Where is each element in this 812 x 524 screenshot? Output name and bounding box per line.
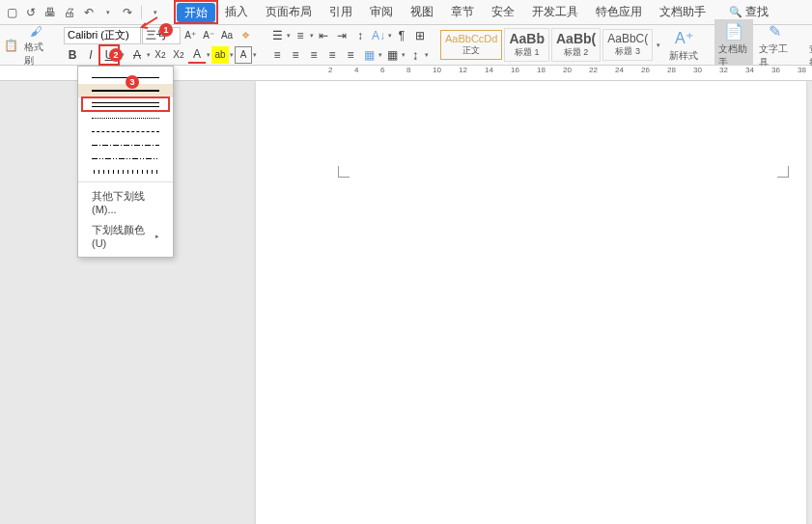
align-distribute-icon[interactable]: ≡ bbox=[342, 46, 359, 64]
sort-icon[interactable]: A↓ bbox=[370, 27, 387, 44]
callout-box-1 bbox=[174, 0, 218, 24]
tab-view[interactable]: 视图 bbox=[403, 1, 441, 23]
search-label: 查找 bbox=[745, 5, 769, 18]
tab-references[interactable]: 引用 bbox=[322, 1, 360, 23]
callout-3: 3 bbox=[126, 75, 139, 89]
format-painter-label: 格式刷 bbox=[24, 41, 48, 68]
tab-insert[interactable]: 插入 bbox=[217, 1, 256, 23]
numbering-icon[interactable]: ≡ bbox=[292, 27, 309, 44]
chevron-right-icon: ▸ bbox=[155, 233, 159, 240]
font-decrease-icon[interactable]: A⁻ bbox=[200, 27, 217, 44]
tab-dev-tools[interactable]: 开发工具 bbox=[524, 1, 586, 23]
change-case-icon[interactable]: Aa bbox=[218, 27, 236, 44]
tab-doc-helper[interactable]: 文档助手 bbox=[652, 1, 714, 23]
align-right-icon[interactable]: ≡ bbox=[305, 46, 322, 64]
tab-page-layout[interactable]: 页面布局 bbox=[258, 1, 320, 23]
ruler-tick: 22 bbox=[589, 66, 598, 74]
underline-dashdotdot[interactable] bbox=[78, 152, 173, 165]
char-border-dropdown-icon[interactable]: ▾ bbox=[253, 51, 257, 59]
ruler-tick: 4 bbox=[354, 66, 358, 74]
paragraph-marks-icon[interactable]: ¶ bbox=[393, 27, 410, 44]
strike-dropdown-icon[interactable]: ▾ bbox=[147, 51, 151, 59]
ruler-tick: 18 bbox=[537, 66, 546, 74]
redo-icon[interactable]: ↷ bbox=[120, 5, 135, 20]
font-increase-icon[interactable]: A⁺ bbox=[182, 27, 199, 44]
style-heading2[interactable]: AaBb( 标题 2 bbox=[551, 28, 601, 62]
ribbon-tabs: 开始 插入 页面布局 引用 审阅 视图 章节 安全 开发工具 特色应用 文档助手… bbox=[177, 1, 776, 23]
ruler-tick: 16 bbox=[511, 66, 519, 74]
open-icon[interactable]: ↺ bbox=[23, 5, 39, 20]
bold-button[interactable]: B bbox=[64, 46, 81, 64]
new-doc-icon[interactable]: ▢ bbox=[4, 5, 19, 20]
format-painter-button[interactable]: 🖌 格式刷 bbox=[20, 21, 52, 69]
doc-helper-button[interactable]: 📄 文档助手 bbox=[714, 19, 753, 71]
ruler-tick: 28 bbox=[667, 66, 676, 74]
font-name-select[interactable] bbox=[64, 27, 141, 44]
margin-corner-right bbox=[777, 166, 789, 178]
ruler-tick: 20 bbox=[563, 66, 572, 74]
ruler-tick: 30 bbox=[693, 66, 702, 74]
strike-button[interactable]: A bbox=[128, 46, 146, 64]
superscript-button[interactable]: X2 bbox=[170, 46, 187, 64]
indent-dec-icon[interactable]: ⇤ bbox=[315, 27, 332, 44]
underline-dotted[interactable] bbox=[78, 111, 173, 124]
search-icon: 🔍 bbox=[729, 6, 742, 17]
paste-icon[interactable]: 📋 bbox=[4, 37, 18, 54]
font-color-button[interactable]: A bbox=[188, 46, 206, 64]
styles-expand-icon[interactable]: ▾ bbox=[657, 41, 660, 49]
indent-inc-icon[interactable]: ⇥ bbox=[333, 27, 350, 44]
style-heading3[interactable]: AaBbC( 标题 3 bbox=[602, 29, 653, 61]
tab-chapter[interactable]: 章节 bbox=[443, 1, 482, 23]
style-normal[interactable]: AaBbCcDd 正文 bbox=[440, 30, 502, 60]
para-spacing-icon[interactable]: ↨ bbox=[406, 46, 424, 64]
tab-review[interactable]: 审阅 bbox=[362, 1, 401, 23]
italic-button[interactable]: I bbox=[82, 46, 99, 64]
document-page[interactable] bbox=[256, 81, 806, 524]
tabs-icon[interactable]: ⊞ bbox=[411, 27, 429, 44]
save-icon[interactable]: 🖶 bbox=[42, 5, 58, 20]
style-heading1[interactable]: AaBb 标题 1 bbox=[504, 28, 549, 62]
font-color-dropdown-icon[interactable]: ▾ bbox=[207, 51, 210, 59]
paragraph-group: ☰▾ ≡▾ ⇤ ⇥ ↕ A↓▾ ¶ ⊞ ≡ ≡ ≡ ≡ ≡ ▦▾ ▦▾ ↨▾ bbox=[268, 27, 429, 64]
underline-dashdot[interactable] bbox=[78, 138, 173, 152]
underline-dropdown-menu: 其他下划线(M)... 下划线颜色(U) ▸ bbox=[77, 66, 174, 258]
bullets-icon[interactable]: ☰ bbox=[268, 27, 286, 44]
ruler-tick: 34 bbox=[745, 66, 754, 74]
text-tool-button[interactable]: ✎ 文字工具 bbox=[755, 19, 794, 71]
tab-special-apps[interactable]: 特色应用 bbox=[588, 1, 650, 23]
tab-security[interactable]: 安全 bbox=[484, 1, 522, 23]
callout-box-3 bbox=[81, 97, 170, 112]
callout-2: 2 bbox=[109, 48, 123, 62]
align-center-icon[interactable]: ≡ bbox=[287, 46, 304, 64]
underline-wave[interactable] bbox=[78, 165, 173, 179]
align-justify-icon[interactable]: ≡ bbox=[323, 46, 341, 64]
clear-format-icon[interactable]: ❖ bbox=[237, 27, 254, 44]
underline-color[interactable]: 下划线颜色(U) ▸ bbox=[78, 219, 173, 253]
new-style-button[interactable]: A⁺ 新样式 bbox=[664, 26, 703, 65]
borders-icon[interactable]: ▦ bbox=[383, 46, 401, 64]
align-left-icon[interactable]: ≡ bbox=[268, 46, 286, 64]
ruler-tick: 6 bbox=[380, 66, 384, 74]
ruler-tick: 8 bbox=[406, 66, 410, 74]
subscript-button[interactable]: X2 bbox=[152, 46, 169, 64]
shading-icon[interactable]: ▦ bbox=[360, 46, 378, 64]
ruler-tick: 32 bbox=[719, 66, 728, 74]
line-spacing-icon[interactable]: ↕ bbox=[351, 27, 369, 44]
ruler-tick: 2 bbox=[328, 66, 332, 74]
text-tool-icon: ✎ bbox=[764, 21, 785, 42]
undo-dropdown-icon[interactable]: ▾ bbox=[100, 5, 116, 20]
highlight-dropdown-icon[interactable]: ▾ bbox=[230, 51, 234, 59]
char-border-button[interactable]: A bbox=[235, 46, 252, 64]
undo-icon[interactable]: ↶ bbox=[81, 5, 97, 20]
callout-1: 1 bbox=[159, 23, 173, 37]
find-replace-button[interactable]: 🔍 查找替换 bbox=[805, 19, 812, 71]
ruler-tick: 12 bbox=[459, 66, 467, 74]
styles-gallery: AaBbCcDd 正文 AaBb 标题 1 AaBb( 标题 2 AaBbC( … bbox=[440, 28, 662, 62]
underline-more[interactable]: 其他下划线(M)... bbox=[78, 185, 173, 219]
ruler-tick: 36 bbox=[771, 66, 780, 74]
underline-dashed[interactable] bbox=[78, 124, 173, 138]
doc-helper-icon: 📄 bbox=[723, 21, 744, 42]
underline-double[interactable] bbox=[78, 97, 173, 111]
highlight-button[interactable]: ab bbox=[211, 46, 229, 64]
print-icon[interactable]: 🖨 bbox=[62, 5, 77, 20]
